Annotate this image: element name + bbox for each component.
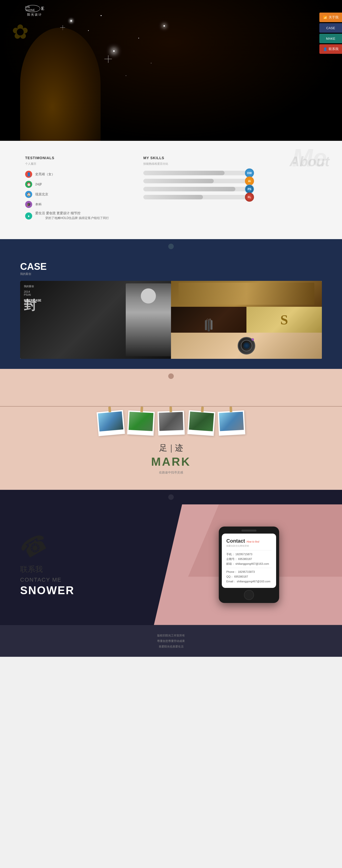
- portrait-head: [141, 288, 156, 304]
- resume-age-text: 24岁: [35, 182, 42, 187]
- skill-ps-icon: PS: [245, 185, 254, 194]
- nav-case[interactable]: CASE: [319, 23, 342, 33]
- connector-2: [0, 369, 342, 383]
- skill-dw: DW: [143, 171, 251, 175]
- clothespin-3: [169, 406, 172, 412]
- case-software: PS/AI: [24, 293, 41, 296]
- resume-age: ⏰ 24岁: [25, 181, 133, 188]
- case-more-link[interactable]: 更多 ▶: [24, 302, 41, 306]
- camera-center: [243, 342, 250, 349]
- case-sub: 我的案创: [20, 272, 322, 276]
- connector-3: [0, 490, 342, 504]
- case-section: CASE 我的案创 我的案创 封 2014 PS/AI MOERCASE 更多 …: [0, 254, 342, 369]
- hero-floral: ✿: [5, 20, 35, 65]
- skill-ai: Ai: [143, 179, 251, 183]
- camera-dot: [251, 338, 254, 341]
- phone-number: 18295715873: [236, 553, 252, 556]
- photo-inner-1: [98, 411, 123, 432]
- nav-case-label: CASE: [326, 26, 335, 30]
- person-icon: 👤: [323, 47, 327, 51]
- logo-subtitle: 阳光设计: [27, 12, 42, 17]
- clothespin-5: [229, 406, 232, 412]
- case-heading: CASE: [20, 261, 322, 272]
- resume-column: TESTIMONIALS 个人履历 👤 史亮靖（女） ⏰ 24岁 🏠 现居北京 …: [25, 156, 133, 224]
- clock-resume-icon: ⏰: [25, 181, 32, 188]
- thumb-brick-inner: [179, 283, 314, 305]
- star-decoration: [70, 20, 72, 22]
- resume-name-text: 史亮靖（女）: [35, 172, 55, 177]
- phone-mockup: Contact How to find 颠覆创新优化网络营销 手机： 18295…: [219, 527, 279, 603]
- star-decoration: [101, 15, 102, 16]
- skill-dw-icon: DW: [245, 168, 254, 178]
- about-bg-text: Me: [292, 143, 327, 172]
- phone-divider-1: [226, 550, 272, 551]
- email-address: shilianggong467@163.com: [236, 562, 269, 565]
- phone-how-text: How to find: [246, 540, 259, 543]
- connector-1: [0, 239, 342, 254]
- phone-screen: Contact How to find 颠覆创新优化网络营销 手机： 18295…: [222, 534, 276, 588]
- photo-inner-5: [219, 412, 244, 431]
- resume-extra-text: 穿的了地摊HOLD住品牌 搞得定客户组结了同行: [45, 216, 109, 221]
- skill-fl-icon: FL: [245, 193, 254, 202]
- phone-qq2-line: QQ： 695380187: [226, 575, 272, 579]
- resume-name: 👤 史亮靖（女）: [25, 171, 133, 178]
- phone-email-line: 邮箱： shilianggong467@163.com: [226, 562, 272, 566]
- photo-inner-4: [189, 411, 214, 431]
- email2-address: shilianggong467@163.com: [237, 580, 270, 583]
- logo-e: E: [41, 6, 44, 11]
- case-text-overlay: 我的案创 封 2014 PS/AI MOERCASE 更多 ▶: [24, 285, 41, 306]
- mark-section: 足｜迹 MARK 在路途中找寻灵感: [0, 383, 342, 490]
- skill-ps-fill: [143, 187, 236, 191]
- nav-make[interactable]: MAKE: [319, 34, 342, 43]
- thumb-wine: 心情: [171, 307, 246, 333]
- logo-circle: UN SHINE: [25, 5, 40, 12]
- phone-label: 手机：: [226, 553, 235, 556]
- bottle-2: [208, 320, 210, 332]
- resume-location-text: 现居北京: [35, 192, 48, 197]
- contact-en-line1: CONTACY ME: [20, 577, 166, 583]
- case-left-panel: 我的案创 封 2014 PS/AI MOERCASE 更多 ▶: [20, 281, 171, 359]
- about-section: Me About TESTIMONIALS 个人履历 👤 史亮靖（女） ⏰ 24…: [0, 141, 342, 239]
- phone-phone2-line: Phone： 18295715873: [226, 570, 272, 574]
- case-thumbnails: 心情 S: [171, 281, 322, 359]
- email-label: 邮箱：: [226, 562, 235, 565]
- testimonials-heading: TESTIMONIALS: [25, 156, 133, 160]
- skill-fl: FL: [143, 195, 251, 199]
- skill-ai-fill: [143, 179, 214, 183]
- clothespin-4: [201, 406, 204, 412]
- contact-content: ☎ 联系我 CONTACY ME SNOWER Contact How to f…: [0, 504, 342, 625]
- email2-label: Email：: [226, 580, 236, 583]
- case-moer: MOERCASE: [24, 299, 41, 302]
- resume-location: 🏠 现居北京: [25, 191, 133, 198]
- clothespin-1: [108, 406, 111, 412]
- phone-divider-2: [226, 568, 272, 568]
- phone2-label: Phone：: [226, 570, 237, 573]
- photo-card-1: [97, 410, 125, 436]
- star-decoration: [151, 63, 151, 63]
- case-year: 2014: [24, 290, 41, 293]
- case-grid: 我的案创 封 2014 PS/AI MOERCASE 更多 ▶: [20, 281, 322, 359]
- resume-edu: 🎓 本科: [25, 201, 133, 208]
- camera-inner: [241, 340, 252, 351]
- hero-section: ✿ UN SHINE E 阳光设计 📶 关于我 CASE MAKE 👤 联系我: [0, 0, 342, 141]
- photo-inner-2: [128, 412, 153, 431]
- mark-subtitle: 在路途中找寻灵感: [20, 470, 322, 475]
- star-decoration: [113, 50, 115, 52]
- qq2-number: 695380187: [234, 575, 248, 578]
- case-sub-label: 我的案创: [24, 285, 41, 288]
- nav-about[interactable]: 📶 关于我: [319, 12, 342, 22]
- contact-zh-label: 联系我: [20, 564, 166, 575]
- letter-s: S: [280, 312, 288, 328]
- contact-en-line2: SNOWER: [20, 584, 166, 597]
- star-cross-v: [108, 55, 108, 63]
- skill-dw-fill: [143, 171, 224, 175]
- wifi-icon: 📶: [323, 16, 327, 19]
- thumb-row-2: 心情 S: [171, 307, 322, 333]
- phone-email2-line: Email： shilianggong467@163.com: [226, 580, 272, 583]
- thumb-letter-s: S: [246, 307, 322, 333]
- nav-contact[interactable]: 👤 联系我: [319, 44, 342, 54]
- phone2-number: 18295715873: [238, 570, 255, 573]
- skills-sub: 技能熟练程度百分比: [143, 162, 251, 166]
- star-decoration: [163, 25, 165, 27]
- connector-dot-2: [168, 373, 174, 379]
